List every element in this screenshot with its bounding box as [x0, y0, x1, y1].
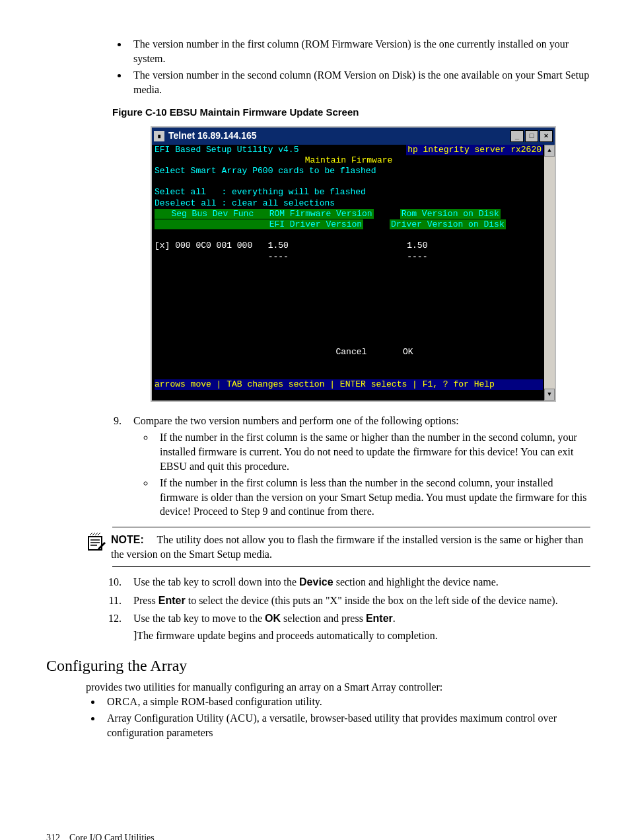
select-cards-line: Select Smart Array P600 cards to be flas…	[155, 166, 543, 176]
device-row[interactable]: [x] 000 0C0 001 000 1.50 1.50	[155, 241, 543, 251]
col-header-right: Rom Version on Disk	[400, 209, 501, 219]
cancel-button[interactable]: Cancel	[335, 347, 367, 357]
note-icon	[86, 533, 111, 559]
step-9-bullets: If the number in the first column is the…	[133, 430, 590, 519]
col-header2-right: Driver Version on Disk	[390, 219, 506, 229]
step-12-pre: Use the tab key to move to the	[133, 613, 265, 624]
window-title: Telnet 16.89.144.165	[168, 130, 257, 142]
note-body: The utility does not allow you to flash …	[111, 534, 583, 560]
step-11-bold: Enter	[158, 595, 186, 606]
note-rule-top	[112, 527, 590, 527]
step-9: Compare the two version numbers and perf…	[124, 414, 590, 519]
help-bar: arrows move | TAB changes section | ENTE…	[155, 379, 543, 390]
procedure-list-a: Compare the two version numbers and perf…	[98, 414, 590, 519]
step-11-pre: Press	[133, 595, 158, 606]
array-bullet-2-pre: Array Configuration Utility (	[107, 712, 230, 724]
util-name: EFI Based Setup Utility v4.5	[155, 145, 298, 155]
close-button[interactable]: ×	[540, 130, 553, 142]
step-11: Press Enter to select the device (this p…	[124, 593, 590, 608]
terminal-body: EFI Based Setup Utility v4.5 hp integrit…	[152, 145, 555, 401]
step-10-post: section and highlight the device name.	[333, 576, 499, 588]
array-lead: provides two utilities for manually conf…	[86, 680, 590, 695]
app-icon: ∎	[154, 131, 164, 141]
step-12-mid: selection and press	[281, 613, 366, 624]
col-header2-left: EFI Driver Version	[155, 219, 363, 229]
step-9-bullet-2: If the number in the first column is les…	[155, 476, 590, 519]
procedure-list-b: Use the tab key to scroll down into the …	[98, 575, 590, 642]
note-label: NOTE:	[111, 534, 144, 545]
orca-sc: ORCA	[107, 696, 137, 707]
scroll-up-icon[interactable]: ▲	[544, 145, 555, 157]
server-name: hp integrity server rx2620	[406, 145, 543, 155]
step-12-bold2: Enter	[366, 613, 393, 624]
footer-title: Core I/O Card Utilities	[69, 832, 155, 840]
step-10-bold: Device	[299, 576, 333, 588]
scroll-down-icon[interactable]: ▼	[544, 389, 555, 401]
array-bullet-2: Array Configuration Utility (ACU), a ver…	[102, 711, 590, 740]
intro-bullets: The version number in the first column (…	[112, 37, 590, 96]
step-10: Use the tab key to scroll down into the …	[124, 575, 590, 590]
select-all-line[interactable]: Select all : everything will be flashed	[155, 187, 543, 198]
page-footer: 312 Core I/O Card Utilities	[46, 832, 590, 840]
dash-row: ---- ----	[155, 252, 543, 262]
telnet-window: ∎ Telnet 16.89.144.165 _ □ × EFI Based S…	[151, 126, 556, 402]
minimize-button[interactable]: _	[510, 130, 524, 142]
note-text: NOTE: The utility does not allow you to …	[111, 533, 590, 561]
step-12: Use the tab key to move to the OK select…	[124, 611, 590, 642]
note-block: NOTE: The utility does not allow you to …	[86, 533, 590, 561]
ok-button[interactable]: OK	[403, 347, 413, 357]
ebsu-screenshot: ∎ Telnet 16.89.144.165 _ □ × EFI Based S…	[151, 126, 590, 402]
section-heading-configuring-array: Configuring the Array	[46, 655, 590, 676]
maintain-firmware-label: Maintain Firmware	[305, 155, 393, 165]
step-11-post: to select the device (this puts an "X" i…	[186, 595, 558, 606]
figure-caption: Figure C-10 EBSU Maintain Firmware Updat…	[112, 106, 590, 119]
array-bullet-1: ORCA, a simple ROM-based configuration u…	[102, 695, 590, 709]
step-12-bold: OK	[265, 613, 281, 624]
intro-block: The version number in the first column (…	[112, 37, 590, 96]
array-bullet-1-rest: , a simple ROM-based configuration utili…	[137, 696, 322, 707]
maximize-button[interactable]: □	[525, 130, 538, 142]
step-12-tail: ]The firmware update begins and proceeds…	[133, 629, 590, 643]
scrollbar[interactable]: ▲ ▼	[544, 145, 555, 401]
col-header-left: Seg Bus Dev Func ROM Firmware Version	[155, 209, 374, 219]
array-bullets: ORCA, a simple ROM-based configuration u…	[86, 695, 590, 740]
step-9-lead: Compare the two version numbers and perf…	[133, 415, 459, 426]
step-9-bullet-1: If the number in the first column is the…	[155, 430, 590, 473]
deselect-all-line[interactable]: Deselect all : clear all selections	[155, 198, 543, 209]
step-12-post: .	[393, 613, 396, 624]
intro-bullet-1: The version number in the first column (…	[128, 37, 590, 65]
page-number: 312	[46, 832, 60, 840]
titlebar: ∎ Telnet 16.89.144.165 _ □ ×	[152, 128, 555, 145]
intro-bullet-2: The version number in the second column …	[128, 68, 590, 96]
note-rule-bottom	[112, 566, 590, 567]
step-10-pre: Use the tab key to scroll down into the	[133, 576, 299, 588]
acu-sc: ACU	[230, 712, 253, 724]
